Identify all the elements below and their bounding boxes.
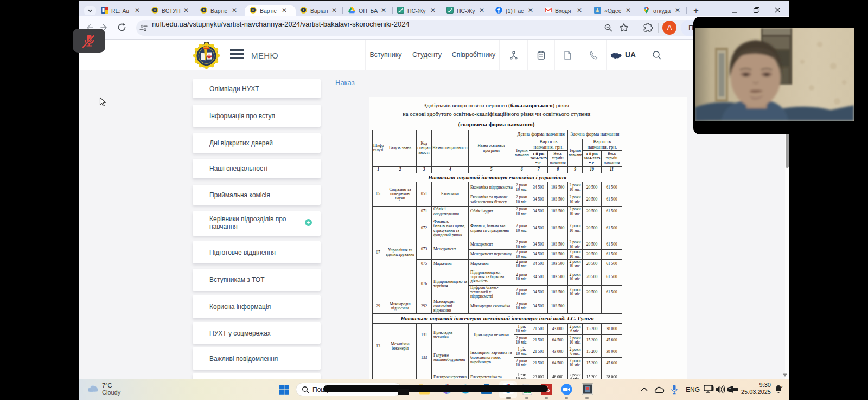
svg-text:z: z bbox=[781, 384, 783, 389]
